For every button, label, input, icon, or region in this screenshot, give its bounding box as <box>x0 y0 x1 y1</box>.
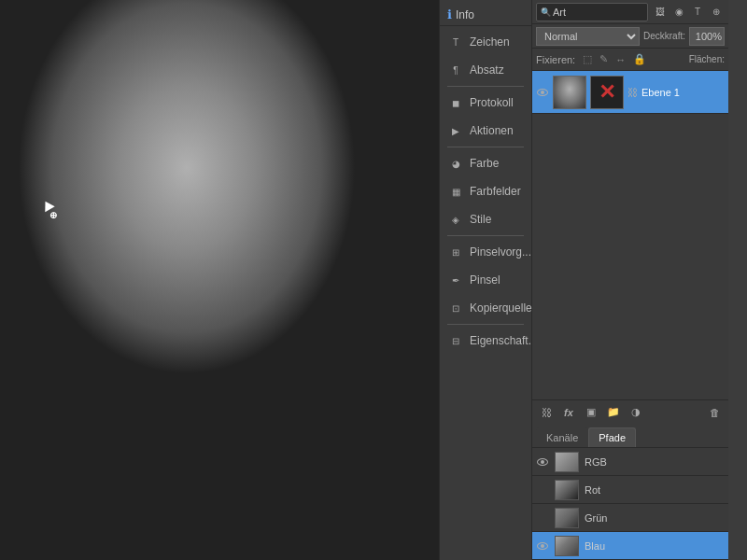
pinselvorg-icon: ⊞ <box>447 244 464 260</box>
opacity-label: Deckkraft: <box>643 31 685 41</box>
info-label: Info <box>456 8 474 21</box>
panel-item-pinsel[interactable]: ✒ Pinsel <box>440 266 531 294</box>
cursor-indicator: ⊕ <box>42 201 61 219</box>
add-mask-button[interactable]: ▣ <box>581 403 601 422</box>
cursor-cross-icon: ⊕ <box>49 210 57 220</box>
layer-chain-icon: ⛓ <box>627 87 638 98</box>
panel-item-eigenschaften[interactable]: ⊟ Eigenschaft... <box>440 327 531 355</box>
lock-all-icon[interactable]: 🔒 <box>631 52 648 66</box>
channel-thumb-blau <box>555 536 579 556</box>
layer-thumb-preview <box>554 77 585 108</box>
channel-tabs: Kanäle Pfade <box>532 424 728 448</box>
divider-1 <box>447 86 524 87</box>
new-adjustment-button[interactable]: ◑ <box>626 403 646 422</box>
channel-eye-rgb[interactable] <box>536 455 549 469</box>
panel-item-pinselvorg[interactable]: ⊞ Pinselvorg... <box>440 238 531 266</box>
search-box[interactable]: 🔍 <box>536 3 648 21</box>
panel-item-aktionen[interactable]: ▶ Aktionen <box>440 117 531 145</box>
zeichen-label: Zeichen <box>470 35 510 49</box>
channel-thumb-gruen <box>555 508 579 528</box>
channel-name-gruen: Grün <box>585 512 725 524</box>
channel-item-gruen[interactable]: Grün <box>532 504 728 532</box>
pinselvorg-label: Pinselvorg... <box>470 245 531 259</box>
kopierquelle-icon: ⊡ <box>447 300 464 316</box>
stile-label: Stile <box>470 213 491 226</box>
pinsel-icon: ✒ <box>447 272 464 288</box>
search-input[interactable] <box>553 7 643 18</box>
layer-thumbnail <box>553 76 586 109</box>
mask-x-icon: ✕ <box>599 82 615 103</box>
protokoll-icon: ◼ <box>447 94 464 111</box>
canvas-area: ⊕ <box>0 0 439 560</box>
channel-name-blau: Blau <box>585 540 725 552</box>
layer-mask-thumbnail: ✕ <box>590 76 624 109</box>
panel-item-protokoll[interactable]: ◼ Protokoll <box>440 89 531 117</box>
flachen-label: Flächen: <box>689 54 725 64</box>
eye-pupil <box>541 91 544 94</box>
channel-thumb-rot <box>555 480 579 500</box>
type-icon[interactable]: T <box>689 4 706 21</box>
add-icon[interactable]: ⊕ <box>708 4 725 21</box>
info-icon: ℹ <box>447 7 452 21</box>
eye-icon <box>537 458 548 466</box>
layers-toolbar: 🔍 🖼 ◉ T ⊕ <box>532 0 728 24</box>
panel-item-farbe[interactable]: ◕ Farbe <box>440 149 531 177</box>
channel-name-rgb: RGB <box>585 456 725 468</box>
divider-4 <box>447 324 524 325</box>
eye-icon <box>537 542 548 550</box>
layer-visibility-toggle[interactable] <box>536 86 549 99</box>
eigenschaften-label: Eigenschaft... <box>470 334 538 347</box>
lock-artboard-icon[interactable]: ↔ <box>613 53 627 66</box>
toolbar-icons: 🖼 ◉ T ⊕ <box>652 4 725 21</box>
eigenschaften-icon: ⊟ <box>447 332 464 349</box>
panel-item-farbfelder[interactable]: ▦ Farbfelder <box>440 177 531 205</box>
tab-kanaele[interactable]: Kanäle <box>536 427 588 447</box>
channel-eye-rot[interactable] <box>536 483 549 497</box>
aktionen-icon: ▶ <box>447 122 464 139</box>
lock-pixels-icon[interactable]: ⬚ <box>581 52 594 66</box>
aktionen-label: Aktionen <box>470 124 514 137</box>
panel-item-absatz[interactable]: ¶ Absatz <box>440 56 531 84</box>
absatz-label: Absatz <box>470 63 504 77</box>
middle-panel: ℹ Info T Zeichen ¶ Absatz ◼ Protokoll ▶ … <box>439 0 532 560</box>
delete-layer-button[interactable]: 🗑 <box>704 403 725 422</box>
channel-item-rgb[interactable]: RGB <box>532 448 728 476</box>
portrait-image <box>0 0 439 560</box>
farbfelder-label: Farbfelder <box>470 185 521 198</box>
opacity-input[interactable] <box>689 27 725 46</box>
new-group-button[interactable]: 📁 <box>603 403 624 422</box>
stile-icon: ◈ <box>447 211 464 228</box>
divider-2 <box>447 147 524 147</box>
lock-move-icon[interactable]: ✎ <box>598 52 610 66</box>
protokoll-label: Protokoll <box>470 96 514 109</box>
channel-item-rot[interactable]: Rot <box>532 476 728 504</box>
farbe-label: Farbe <box>470 157 499 170</box>
zeichen-icon: T <box>447 34 464 50</box>
blend-opacity-row: Normal Aufhellen Abdunkeln Multipliziere… <box>532 24 728 49</box>
info-panel-header[interactable]: ℹ Info <box>440 4 531 26</box>
channel-thumb-rgb <box>555 452 579 472</box>
eye-icon <box>537 89 548 96</box>
layer-item-ebene1[interactable]: ✕ ⛓ Ebene 1 <box>532 71 728 114</box>
link-layers-button[interactable]: ⛓ <box>536 403 557 422</box>
image-icon[interactable]: 🖼 <box>652 4 669 21</box>
fixieren-row: Fixieren: ⬚ ✎ ↔ 🔒 Flächen: <box>532 49 728 71</box>
farbe-icon: ◕ <box>447 155 464 172</box>
channel-eye-blau[interactable] <box>536 539 549 553</box>
blend-mode-select[interactable]: Normal Aufhellen Abdunkeln Multipliziere… <box>536 27 640 46</box>
kopierquelle-label: Kopierquelle <box>470 301 532 315</box>
channel-item-blau[interactable]: Blau <box>532 532 728 560</box>
divider-3 <box>447 235 524 236</box>
channel-eye-gruen[interactable] <box>536 511 549 525</box>
search-icon: 🔍 <box>541 7 551 17</box>
layer-panel-empty <box>532 114 728 399</box>
fixieren-label: Fixieren: <box>536 54 575 65</box>
layer-fx-button[interactable]: fx <box>558 403 579 422</box>
layer-bottom-bar: ⛓ fx ▣ 📁 ◑ 🗑 <box>532 399 728 424</box>
circle-icon[interactable]: ◉ <box>670 4 687 21</box>
tab-pfade[interactable]: Pfade <box>588 427 636 447</box>
panel-item-stile[interactable]: ◈ Stile <box>440 205 531 233</box>
right-panel: 🔍 🖼 ◉ T ⊕ Normal Aufhellen Abdunkeln Mul… <box>532 0 728 560</box>
panel-item-zeichen[interactable]: T Zeichen <box>440 28 531 56</box>
panel-item-kopierquelle[interactable]: ⊡ Kopierquelle <box>440 294 531 322</box>
